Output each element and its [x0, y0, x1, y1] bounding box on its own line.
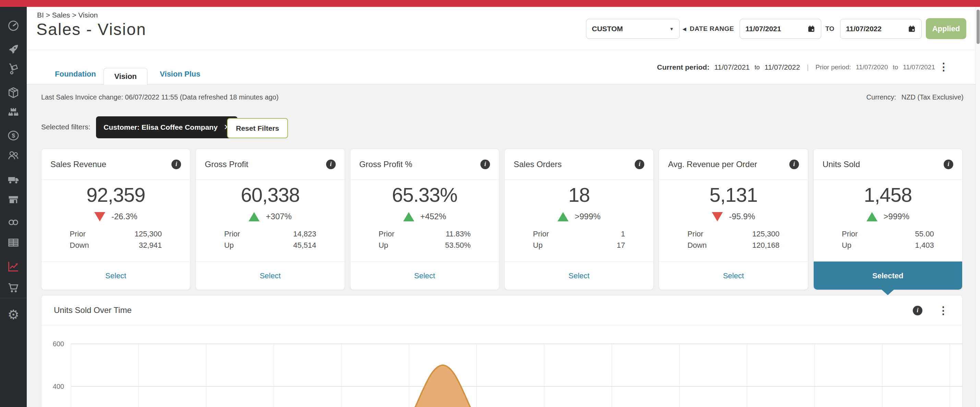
- sidebar-item-delivery[interactable]: [6, 62, 20, 75]
- trend-up-icon: [403, 212, 414, 221]
- date-to-input[interactable]: 11/07/2022: [840, 19, 922, 39]
- period-info: Current period: 11/07/2021 to 11/07/2022…: [657, 50, 935, 85]
- bi-chart-icon: [7, 260, 20, 273]
- reset-filters-button[interactable]: Reset Filters: [227, 118, 288, 138]
- package-icon: [7, 86, 20, 99]
- sidebar-item-products[interactable]: [6, 86, 20, 99]
- rocket-icon: [7, 43, 20, 56]
- change-value: 45,514: [293, 239, 316, 251]
- prior-label: Prior: [533, 228, 549, 239]
- kpi-select-button[interactable]: Select: [350, 262, 499, 290]
- scrollbar-thumb[interactable]: [977, 10, 980, 44]
- info-icon[interactable]: i: [635, 160, 644, 169]
- filter-chip-customer[interactable]: Customer: Elisa Coffee Company ✕: [96, 117, 238, 138]
- info-icon[interactable]: i: [789, 160, 799, 169]
- date-to-value: 11/07/2022: [846, 25, 881, 33]
- kpi-card-gross-profit: Gross Profit i 60,338 +307% Prior14,823 …: [196, 148, 345, 290]
- kpi-title: Sales Orders: [514, 160, 562, 169]
- change-value: 32,941: [139, 239, 162, 251]
- kpi-card-units-sold: Units Sold i 1,458 >999% Prior55.00 Up1,…: [813, 148, 963, 290]
- prior-label: Prior: [842, 228, 858, 239]
- info-icon[interactable]: i: [326, 160, 336, 169]
- date-from-input[interactable]: 11/07/2021: [740, 19, 821, 39]
- info-icon[interactable]: i: [943, 160, 953, 169]
- chevron-down-icon: ▼: [669, 26, 674, 32]
- header-tabs-row: Foundation Vision Vision Plus Current pe…: [27, 50, 975, 85]
- kpi-select-button[interactable]: Select: [196, 262, 344, 290]
- prior-label: Prior: [379, 228, 395, 239]
- sidebar-item-integrations[interactable]: [6, 215, 20, 229]
- kpi-delta: >999%: [575, 212, 600, 221]
- trend-up-icon: [558, 212, 568, 221]
- kpi-delta: +452%: [420, 212, 446, 221]
- date-range-label: ◀ DATE RANGE: [683, 19, 734, 39]
- change-value: 53.50%: [445, 239, 471, 251]
- link-icon: [7, 216, 20, 229]
- calendar-icon[interactable]: [908, 25, 916, 33]
- kpi-select-button[interactable]: Select: [659, 262, 808, 290]
- kpi-card-gross-profit-pct: Gross Profit % i 65.33% +452% Prior11.83…: [350, 148, 499, 290]
- store-icon: [7, 193, 20, 206]
- sidebar-item-finance[interactable]: $: [6, 129, 20, 142]
- sidebar-item-dashboard[interactable]: [6, 19, 20, 33]
- kpi-delta: +307%: [266, 212, 291, 221]
- breadcrumb[interactable]: BI > Sales > Vision: [37, 11, 98, 19]
- kpi-select-button[interactable]: Select: [505, 262, 653, 290]
- customers-icon: [7, 149, 20, 162]
- prior-value: 1: [621, 228, 625, 239]
- to-word: to: [755, 64, 760, 71]
- collapse-left-icon[interactable]: ◀: [683, 26, 686, 32]
- change-label: Up: [533, 239, 542, 251]
- svg-text:600: 600: [53, 340, 64, 348]
- sidebar-item-sales-cart[interactable]: [6, 281, 20, 294]
- selected-filters-label: Selected filters:: [41, 123, 91, 131]
- date-preset-value: CUSTOM: [592, 25, 623, 33]
- date-from-value: 11/07/2021: [745, 25, 781, 33]
- tab-vision-active[interactable]: Vision: [103, 68, 148, 85]
- kpi-delta: -95.9%: [729, 212, 755, 221]
- change-label: Up: [379, 239, 388, 251]
- dollar-icon: $: [7, 129, 20, 142]
- info-icon[interactable]: i: [480, 160, 490, 169]
- last-change-status: Last Sales Invoice change: 06/07/2022 11…: [41, 93, 278, 101]
- kpi-card-sales-orders: Sales Orders i 18 >999% Prior1 Up17 Sele…: [504, 148, 654, 290]
- sidebar-item-store[interactable]: [6, 193, 20, 206]
- change-label: Down: [687, 239, 707, 251]
- kpi-card-sales-revenue: Sales Revenue i 92,359 -26.3% Prior125,3…: [41, 148, 190, 290]
- sidebar-item-suppliers[interactable]: [6, 172, 20, 186]
- calendar-icon[interactable]: [807, 25, 815, 33]
- blocks-icon: [7, 105, 20, 118]
- sidebar-item-customers[interactable]: [6, 148, 20, 162]
- date-preset-select[interactable]: CUSTOM ▼: [586, 19, 679, 39]
- period-menu-kebab-icon[interactable]: ⋮: [939, 62, 949, 72]
- info-icon[interactable]: i: [172, 160, 181, 169]
- date-to-label: TO: [826, 19, 834, 39]
- kpi-select-button[interactable]: Select: [41, 262, 190, 290]
- top-accent-bar: [0, 0, 980, 7]
- currency-status: Currency: NZD (Tax Exclusive): [867, 93, 964, 101]
- chart-menu-kebab-icon[interactable]: ⋮: [938, 305, 948, 316]
- change-value: 1,403: [915, 239, 934, 251]
- kpi-value: 65.33%: [350, 183, 499, 206]
- tab-foundation[interactable]: Foundation: [55, 70, 96, 78]
- sidebar-item-tables[interactable]: [6, 236, 20, 249]
- sidebar-item-launch[interactable]: [6, 43, 20, 56]
- applied-button[interactable]: Applied: [926, 18, 966, 39]
- kpi-title: Units Sold: [822, 160, 860, 169]
- info-icon[interactable]: i: [913, 306, 923, 315]
- sidebar-item-settings[interactable]: ⚙: [6, 308, 20, 322]
- trend-up-icon: [867, 212, 878, 221]
- sidebar-item-bi-active[interactable]: [6, 259, 20, 273]
- sidebar-item-components[interactable]: [6, 105, 20, 119]
- current-period-to: 11/07/2022: [765, 63, 800, 71]
- change-label: Down: [70, 239, 89, 251]
- prior-period-to: 11/07/2021: [903, 64, 935, 71]
- kpi-card-row: Sales Revenue i 92,359 -26.3% Prior125,3…: [41, 148, 963, 290]
- tab-vision-plus[interactable]: Vision Plus: [160, 70, 200, 78]
- page-scrollbar[interactable]: [975, 7, 980, 407]
- kpi-selected-button[interactable]: Selected: [814, 262, 962, 290]
- dashboard-gauge-icon: [7, 19, 20, 32]
- filter-chip-text: Customer: Elisa Coffee Company: [103, 123, 218, 131]
- change-label: Up: [224, 239, 234, 251]
- trend-down-icon: [712, 212, 723, 221]
